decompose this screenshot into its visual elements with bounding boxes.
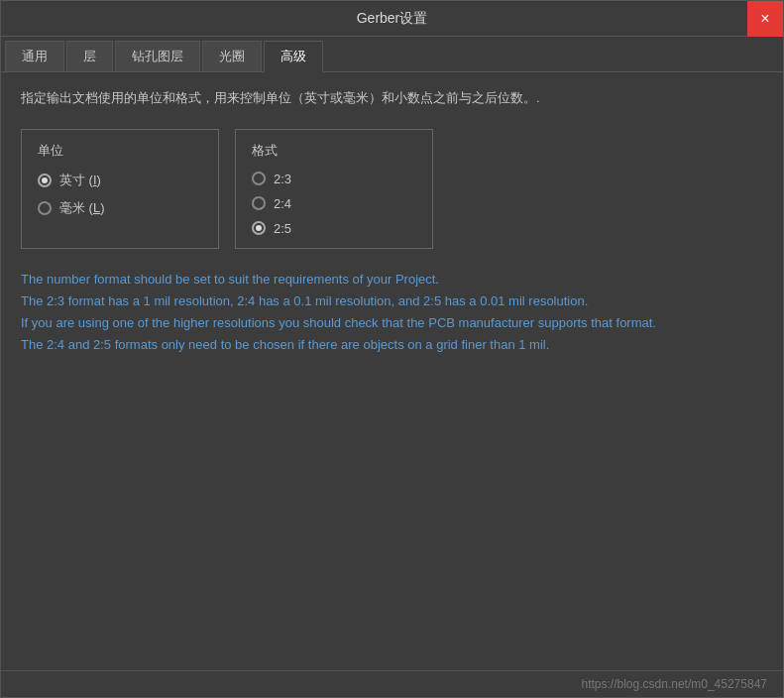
unit-mm-radio[interactable] <box>38 201 52 215</box>
footer: https://blog.csdn.net/m0_45275847 <box>1 670 783 697</box>
unit-inches-radio[interactable] <box>38 174 52 187</box>
content-area: 指定输出文档使用的单位和格式，用来控制单位（英寸或毫米）和小数点之前与之后位数。… <box>1 72 783 670</box>
tab-general[interactable]: 通用 <box>5 41 64 71</box>
tab-aperture[interactable]: 光圈 <box>202 41 262 71</box>
description-text: 指定输出文档使用的单位和格式，用来控制单位（英寸或毫米）和小数点之前与之后位数。… <box>21 88 763 109</box>
close-button[interactable]: × <box>747 1 783 37</box>
dialog: Gerber设置 × 通用 层 钻孔图层 光圈 高级 指定输出文档使用的单位和格… <box>0 0 784 698</box>
footer-url: https://blog.csdn.net/m0_45275847 <box>582 677 767 691</box>
format-23-option[interactable]: 2:3 <box>252 172 416 186</box>
info-line-1: The number format should be set to suit … <box>21 272 439 287</box>
format-radio-group: 2:3 2:4 2:5 <box>252 172 416 236</box>
dialog-title: Gerber设置 <box>357 10 428 28</box>
title-bar: Gerber设置 × <box>1 1 783 37</box>
info-line-4: The 2:4 and 2:5 formats only need to be … <box>21 337 549 352</box>
tab-bar: 通用 层 钻孔图层 光圈 高级 <box>1 37 783 72</box>
unit-mm-label: 毫米 (L) <box>59 199 105 217</box>
unit-inches-label: 英寸 (I) <box>59 172 101 189</box>
unit-radio-group: 英寸 (I) 毫米 (L) <box>38 172 202 217</box>
info-text-block: The number format should be set to suit … <box>21 269 763 356</box>
tab-drill[interactable]: 钻孔图层 <box>115 41 200 71</box>
unit-inches-option[interactable]: 英寸 (I) <box>38 172 202 189</box>
format-23-radio[interactable] <box>252 172 266 185</box>
info-line-3: If you are using one of the higher resol… <box>21 315 656 330</box>
info-line-2: The 2:3 format has a 1 mil resolution, 2… <box>21 293 588 308</box>
tab-advanced[interactable]: 高级 <box>264 41 323 72</box>
unit-panel: 单位 英寸 (I) 毫米 (L) <box>21 129 219 249</box>
panels-row: 单位 英寸 (I) 毫米 (L) 格式 <box>21 129 763 249</box>
unit-panel-title: 单位 <box>38 142 202 160</box>
unit-mm-option[interactable]: 毫米 (L) <box>38 199 202 217</box>
format-25-label: 2:5 <box>274 221 291 236</box>
format-23-label: 2:3 <box>274 172 291 186</box>
format-24-label: 2:4 <box>274 196 291 211</box>
format-25-radio[interactable] <box>252 221 266 235</box>
format-24-radio[interactable] <box>252 196 266 210</box>
format-24-option[interactable]: 2:4 <box>252 196 416 211</box>
format-25-option[interactable]: 2:5 <box>252 221 416 236</box>
format-panel-title: 格式 <box>252 142 416 160</box>
format-panel: 格式 2:3 2:4 2:5 <box>235 129 433 249</box>
tab-layer[interactable]: 层 <box>66 41 113 71</box>
